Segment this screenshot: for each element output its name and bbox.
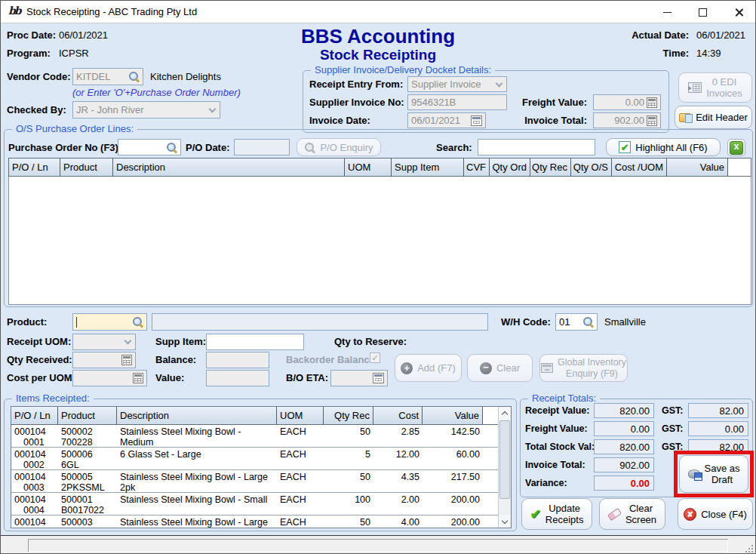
po-col-header[interactable]: Description: [113, 159, 345, 176]
product-description-field: [152, 313, 488, 331]
global-inventory-button[interactable]: Global InventoryEnquiry (F9): [539, 354, 628, 382]
items-col-header[interactable]: Cost: [373, 407, 423, 424]
search-icon[interactable]: [166, 142, 177, 153]
minimize-button[interactable]: [653, 1, 681, 23]
cell-uom: EACH: [280, 494, 306, 505]
items-row[interactable]: 000104 0003 500005 2PKSSML Stainless Ste…: [11, 470, 498, 493]
scroll-down-button[interactable]: [499, 515, 511, 528]
items-col-header[interactable]: Value: [423, 407, 483, 424]
po-col-header[interactable]: P/O / Ln: [9, 159, 60, 176]
calculator-icon[interactable]: [647, 97, 657, 108]
clear-button[interactable]: Clear: [467, 354, 533, 382]
cell-product-line2: 6GL: [61, 460, 79, 470]
time-label: Time:: [619, 48, 689, 59]
receipt-totals-title: Receipt Totals:: [528, 392, 600, 404]
po-enquiry-label: P/O Enquiry: [320, 142, 373, 153]
backorder-balance-checkbox[interactable]: [370, 352, 380, 363]
checked-by-select[interactable]: JR - John River: [72, 101, 220, 118]
po-col-header[interactable]: Value: [667, 159, 728, 176]
items-col-header[interactable]: UOM: [277, 407, 324, 424]
calculator-icon[interactable]: [133, 373, 143, 383]
po-date-field[interactable]: [234, 139, 290, 155]
bo-eta-field[interactable]: [330, 370, 388, 386]
cell-cost: 4.35: [373, 472, 419, 482]
edi-button-line2: Invoices: [706, 88, 742, 99]
edit-header-button[interactable]: Edit Header: [675, 106, 752, 129]
calculator-icon[interactable]: [121, 355, 132, 365]
po-col-header[interactable]: Product: [60, 159, 113, 176]
scroll-up-button[interactable]: [499, 407, 511, 420]
calendar-icon[interactable]: [373, 373, 384, 383]
cell-product-line1: 500006: [61, 449, 93, 460]
highlight-all-button[interactable]: Highlight All (F6): [606, 138, 721, 156]
cell-product-line1: 500001: [61, 494, 93, 505]
save-as-draft-button[interactable]: Save asDraft: [679, 455, 748, 493]
actual-date-label: Actual Date:: [619, 29, 689, 41]
po-no-field[interactable]: [118, 139, 181, 155]
search-icon[interactable]: [128, 71, 140, 82]
chevron-up-icon: [502, 411, 508, 417]
items-row[interactable]: 000104 0004 500001 B0017022 Stainless St…: [11, 493, 498, 516]
export-excel-button[interactable]: [727, 139, 745, 156]
maximize-button[interactable]: [689, 1, 716, 23]
freight-value-field[interactable]: 0.00: [593, 94, 661, 110]
add-button[interactable]: Add (F7): [395, 354, 462, 382]
po-col-header[interactable]: Qty O/S: [571, 159, 612, 176]
receipt-uom-select[interactable]: [72, 334, 136, 350]
po-table-body[interactable]: [8, 177, 751, 305]
close-button[interactable]: Close (F4): [678, 498, 753, 530]
items-col-header[interactable]: Description: [117, 407, 277, 424]
cell-product-line1: 500002: [61, 426, 93, 437]
supp-item-field[interactable]: [206, 334, 304, 350]
invoice-total-label: Invoice Total:: [521, 115, 587, 126]
clear-screen-button[interactable]: ClearScreen: [599, 498, 665, 530]
cell-value: 217.50: [423, 472, 480, 482]
calculator-icon[interactable]: [647, 115, 657, 126]
balance-label: Balance:: [155, 354, 196, 365]
items-row[interactable]: 000104 0001 500002 700228 Stainless Stee…: [11, 425, 498, 448]
check-icon: [530, 509, 541, 520]
items-row[interactable]: 000104 500003 Stainless Steel Mixing Bow…: [11, 516, 498, 528]
items-receipted-group: Items Receipted: P/O / Ln Product Descri…: [4, 399, 517, 531]
qty-received-field[interactable]: [72, 352, 136, 368]
checked-by-label: Checked By:: [7, 104, 66, 115]
supplier-invoice-no-field[interactable]: 9546321B: [407, 94, 507, 110]
save-as-draft-line1: Save as: [705, 463, 740, 474]
qty-to-reserve-label: Qty to Reserve:: [334, 336, 407, 347]
calendar-icon[interactable]: [471, 115, 482, 126]
invoice-date-field[interactable]: 06/01/2021: [407, 112, 486, 128]
po-col-header[interactable]: Supp Item: [392, 159, 464, 176]
product-input[interactable]: [72, 313, 147, 331]
edi-invoices-button[interactable]: 0 EDIInvoices: [678, 72, 752, 103]
items-col-header[interactable]: Qty Rec: [324, 407, 373, 424]
po-col-header[interactable]: Qty Rec: [530, 159, 571, 176]
resize-grip[interactable]: [745, 544, 754, 553]
invoice-total-field[interactable]: 902.00: [593, 112, 661, 128]
receipt-gst: 82.00: [719, 405, 744, 417]
po-enquiry-button[interactable]: P/O Enquiry: [297, 138, 381, 156]
update-receipts-button[interactable]: UpdateReceipts: [521, 498, 592, 530]
items-scrollbar[interactable]: [498, 407, 511, 528]
freight-value-label: Freight Value:: [525, 423, 588, 434]
actual-date-value: 06/01/2021: [696, 29, 745, 41]
po-col-header[interactable]: UOM: [345, 159, 392, 176]
search-input[interactable]: [478, 139, 595, 155]
items-receipted-title: Items Receipted:: [12, 392, 94, 404]
cost-per-uom-field[interactable]: [72, 370, 147, 386]
search-icon[interactable]: [582, 316, 594, 328]
supp-item-label: Supp Item:: [155, 336, 206, 347]
vendor-code-field[interactable]: KITDEL: [72, 68, 143, 85]
po-col-header[interactable]: Cost /UOM: [612, 159, 667, 176]
search-icon[interactable]: [132, 316, 143, 328]
po-col-header[interactable]: CVF: [464, 159, 490, 176]
scrollbar-thumb[interactable]: [499, 420, 510, 499]
close-window-button[interactable]: [724, 1, 754, 23]
edi-icon: [688, 82, 702, 93]
cell-product-line1: 500005: [61, 472, 93, 482]
wh-code-field[interactable]: 01: [555, 313, 598, 331]
items-col-header[interactable]: Product: [58, 407, 117, 424]
receipt-entry-from-select[interactable]: Supplier Invoice: [407, 76, 507, 92]
items-col-header[interactable]: P/O / Ln: [11, 407, 58, 424]
po-col-header[interactable]: Qty Ord: [490, 159, 530, 176]
items-row[interactable]: 000104 0002 500006 6GL 6 Glass Set - Lar…: [11, 448, 498, 470]
